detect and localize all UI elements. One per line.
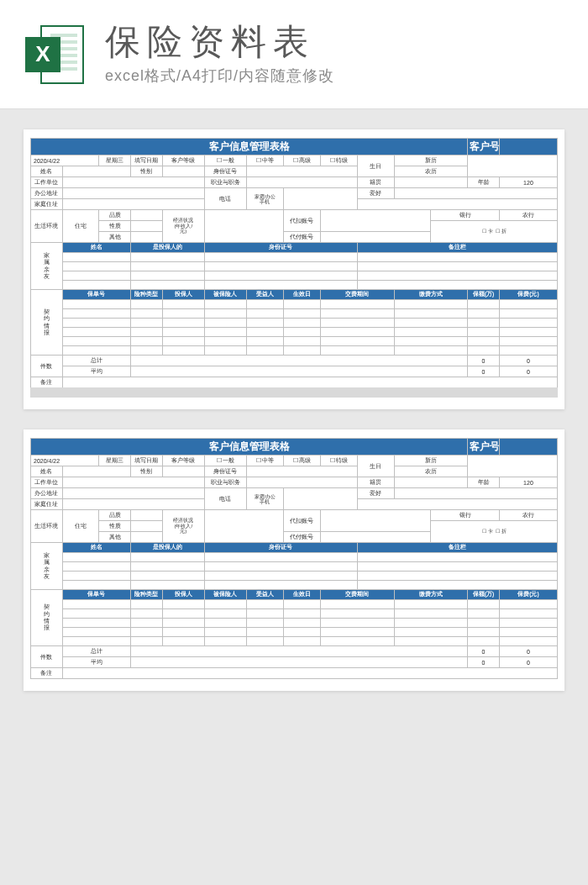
ct-hdr-type: 险种类型 — [131, 290, 163, 300]
econ-value — [204, 210, 283, 243]
family-section: 家属亲友 — [31, 243, 63, 290]
banner-title: 保险资料表 — [105, 23, 334, 61]
nature-value — [131, 221, 163, 232]
sheet-footer — [30, 387, 558, 398]
fam-hdr-remark: 备注栏 — [357, 243, 557, 253]
deduct-acc-label: 代扣账号 — [283, 210, 320, 232]
ct-hdr-premium: 保费(元) — [499, 290, 557, 300]
blank-row — [357, 199, 557, 210]
total-label: 总计 — [62, 356, 130, 366]
bank-choice: ☐ 卡 ☐ 折 — [431, 221, 558, 243]
quality-value — [131, 210, 163, 221]
age-label: 年龄 — [468, 177, 500, 188]
cal-solar: 新历 — [394, 155, 468, 166]
cust-level-label: 客户等级 — [162, 155, 204, 166]
house-label: 住宅 — [62, 210, 99, 243]
job-label: 职业与职务 — [204, 177, 246, 188]
count-label: 件数 — [31, 356, 63, 377]
insurance-sheet: 客户信息管理表格 客户号 2020/4/22 星期三 填写日期 客户等级 一般 … — [30, 138, 558, 388]
sheet-title: 客户信息管理表格 — [31, 139, 468, 155]
insurance-sheet-2: 客户信息管理表格 客户号 2020/4/22 星期三 填写日期 客户等级 一般 … — [30, 438, 558, 679]
quality-label: 品质 — [99, 210, 131, 221]
native-value — [394, 177, 468, 188]
banner-subtitle: excel格式/A4打印/内容随意修改 — [105, 66, 334, 86]
avg-label: 平均 — [62, 366, 130, 377]
ct-hdr-amount: 保额(万) — [468, 290, 500, 300]
id-value — [247, 166, 358, 177]
ct-hdr-eff: 生效日 — [283, 290, 320, 300]
date-cell: 2020/4/22 — [31, 155, 99, 166]
contract-section: 契约情报 — [31, 290, 63, 356]
cust-no-label-2: 客户号 — [468, 439, 500, 456]
nature-label: 性质 — [99, 221, 131, 232]
native-label: 籍贯 — [357, 177, 394, 188]
gender-value — [162, 166, 204, 177]
cal-lunar: 农历 — [394, 166, 468, 177]
rural-bank-label: 农行 — [499, 210, 557, 221]
hobby-label: 爱好 — [357, 188, 394, 199]
hobby-value — [394, 188, 557, 199]
level-mid: 中等 — [247, 155, 284, 166]
birthday-value — [468, 155, 558, 177]
office-addr-value — [62, 188, 204, 199]
preview-card-2: 客户信息管理表格 客户号 2020/4/22 星期三 填写日期 客户等级 一般 … — [24, 429, 564, 691]
weekday: 星期三 — [99, 155, 131, 166]
fill-date-label: 填写日期 — [131, 155, 163, 166]
phone-sub: 家庭/办公手机 — [247, 188, 284, 210]
ct-hdr-method: 缴费方式 — [394, 290, 468, 300]
cust-no-label: 客户号 — [468, 139, 500, 155]
other-label: 其他 — [99, 232, 131, 243]
name-label: 姓名 — [31, 166, 63, 177]
office-addr-label: 办公地址 — [31, 188, 63, 199]
avg-premium: 0 — [499, 366, 557, 377]
ct-hdr-insured: 被保险人 — [204, 290, 246, 300]
total-amount: 0 — [468, 356, 500, 366]
pay-acc-label: 代付账号 — [283, 232, 320, 243]
bank-label: 银行 — [431, 210, 499, 221]
remark-value — [62, 377, 557, 388]
work-unit-label: 工作单位 — [31, 177, 63, 188]
id-label: 身份证号 — [204, 166, 246, 177]
total-premium: 0 — [499, 356, 557, 366]
level-high: 高级 — [283, 155, 320, 166]
phone-value — [283, 188, 357, 210]
excel-icon: X — [25, 25, 84, 84]
job-value — [247, 177, 358, 188]
sheet-title-2: 客户信息管理表格 — [31, 439, 468, 456]
phone-label: 电话 — [204, 188, 246, 210]
work-unit-value — [62, 177, 204, 188]
top-banner: X 保险资料表 excel格式/A4打印/内容随意修改 — [0, 0, 588, 109]
name-value — [62, 166, 130, 177]
cust-no-value — [499, 139, 557, 155]
ct-hdr-holder: 投保人 — [162, 290, 204, 300]
deduct-acc-value — [320, 210, 431, 232]
ct-hdr-period: 交费期间 — [320, 290, 394, 300]
level-normal: 一般 — [204, 155, 246, 166]
home-addr-label: 家庭住址 — [31, 199, 63, 210]
other-value — [131, 232, 163, 243]
level-special: 特级 — [320, 155, 357, 166]
home-addr-value — [62, 199, 204, 210]
life-env-label: 生活环境 — [31, 210, 63, 243]
ct-hdr-policy: 保单号 — [62, 290, 130, 300]
fam-hdr-name: 姓名 — [62, 243, 130, 253]
pay-acc-value — [320, 232, 431, 243]
birthday-label: 生日 — [357, 155, 394, 177]
age-value: 120 — [499, 177, 557, 188]
gender-label: 性别 — [131, 166, 163, 177]
preview-card-1: 客户信息管理表格 客户号 2020/4/22 星期三 填写日期 客户等级 一般 … — [24, 129, 564, 409]
fam-hdr-id: 身份证号 — [204, 243, 357, 253]
ct-hdr-benef: 受益人 — [247, 290, 284, 300]
econ-label: 经济状况(年收入/元) — [162, 210, 204, 243]
remark-label: 备注 — [31, 377, 63, 388]
avg-amount: 0 — [468, 366, 500, 377]
fam-hdr-rel: 是投保人的 — [131, 243, 205, 253]
banner-text: 保险资料表 excel格式/A4打印/内容随意修改 — [105, 23, 334, 85]
